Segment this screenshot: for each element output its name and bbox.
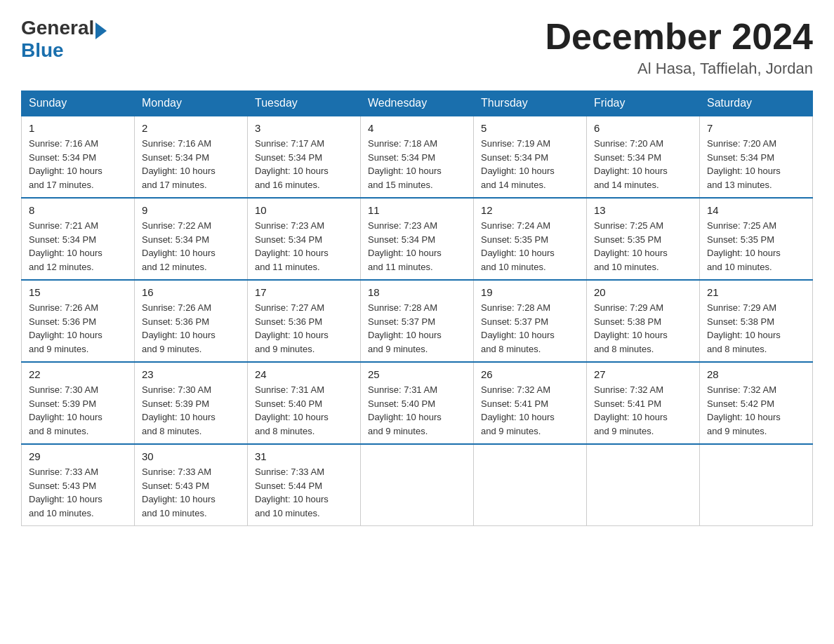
calendar-cell: 23Sunrise: 7:30 AM Sunset: 5:39 PM Dayli… [135, 362, 248, 444]
day-info: Sunrise: 7:16 AM Sunset: 5:34 PM Dayligh… [29, 137, 127, 192]
calendar-cell: 18Sunrise: 7:28 AM Sunset: 5:37 PM Dayli… [361, 280, 474, 362]
location-subtitle: Al Hasa, Taffielah, Jordan [545, 60, 813, 78]
calendar-cell: 15Sunrise: 7:26 AM Sunset: 5:36 PM Dayli… [22, 280, 135, 362]
calendar-cell [474, 444, 587, 526]
calendar-cell: 3Sunrise: 7:17 AM Sunset: 5:34 PM Daylig… [248, 116, 361, 198]
day-info: Sunrise: 7:28 AM Sunset: 5:37 PM Dayligh… [368, 301, 466, 356]
calendar-header-monday: Monday [135, 91, 248, 116]
day-number: 15 [29, 286, 127, 298]
day-info: Sunrise: 7:32 AM Sunset: 5:41 PM Dayligh… [594, 383, 692, 438]
calendar-cell [700, 444, 813, 526]
calendar-cell: 8Sunrise: 7:21 AM Sunset: 5:34 PM Daylig… [22, 198, 135, 280]
day-info: Sunrise: 7:31 AM Sunset: 5:40 PM Dayligh… [255, 383, 353, 438]
calendar-cell: 11Sunrise: 7:23 AM Sunset: 5:34 PM Dayli… [361, 198, 474, 280]
logo-blue-text: Blue [21, 39, 64, 62]
calendar-cell: 7Sunrise: 7:20 AM Sunset: 5:34 PM Daylig… [700, 116, 813, 198]
calendar-header-thursday: Thursday [474, 91, 587, 116]
day-number: 30 [142, 450, 240, 462]
day-number: 6 [594, 122, 692, 134]
title-section: December 2024 Al Hasa, Taffielah, Jordan [545, 17, 813, 78]
day-number: 10 [255, 204, 353, 216]
calendar-cell: 5Sunrise: 7:19 AM Sunset: 5:34 PM Daylig… [474, 116, 587, 198]
calendar-cell: 28Sunrise: 7:32 AM Sunset: 5:42 PM Dayli… [700, 362, 813, 444]
day-info: Sunrise: 7:25 AM Sunset: 5:35 PM Dayligh… [707, 219, 805, 274]
calendar-header-saturday: Saturday [700, 91, 813, 116]
day-info: Sunrise: 7:27 AM Sunset: 5:36 PM Dayligh… [255, 301, 353, 356]
calendar-header-tuesday: Tuesday [248, 91, 361, 116]
day-info: Sunrise: 7:33 AM Sunset: 5:44 PM Dayligh… [255, 465, 353, 520]
day-number: 27 [594, 368, 692, 380]
day-info: Sunrise: 7:33 AM Sunset: 5:43 PM Dayligh… [142, 465, 240, 520]
calendar-cell: 25Sunrise: 7:31 AM Sunset: 5:40 PM Dayli… [361, 362, 474, 444]
day-number: 9 [142, 204, 240, 216]
day-info: Sunrise: 7:33 AM Sunset: 5:43 PM Dayligh… [29, 465, 127, 520]
calendar-header-row: SundayMondayTuesdayWednesdayThursdayFrid… [22, 91, 813, 116]
day-number: 7 [707, 122, 805, 134]
calendar-week-row: 29Sunrise: 7:33 AM Sunset: 5:43 PM Dayli… [22, 444, 813, 526]
day-info: Sunrise: 7:25 AM Sunset: 5:35 PM Dayligh… [594, 219, 692, 274]
day-number: 5 [481, 122, 579, 134]
calendar-cell: 9Sunrise: 7:22 AM Sunset: 5:34 PM Daylig… [135, 198, 248, 280]
day-number: 1 [29, 122, 127, 134]
day-number: 8 [29, 204, 127, 216]
logo-arrow-icon [95, 22, 107, 39]
calendar-header-sunday: Sunday [22, 91, 135, 116]
day-info: Sunrise: 7:22 AM Sunset: 5:34 PM Dayligh… [142, 219, 240, 274]
day-number: 11 [368, 204, 466, 216]
calendar-cell: 31Sunrise: 7:33 AM Sunset: 5:44 PM Dayli… [248, 444, 361, 526]
day-info: Sunrise: 7:28 AM Sunset: 5:37 PM Dayligh… [481, 301, 579, 356]
day-info: Sunrise: 7:29 AM Sunset: 5:38 PM Dayligh… [707, 301, 805, 356]
calendar-cell: 12Sunrise: 7:24 AM Sunset: 5:35 PM Dayli… [474, 198, 587, 280]
day-info: Sunrise: 7:23 AM Sunset: 5:34 PM Dayligh… [255, 219, 353, 274]
day-info: Sunrise: 7:18 AM Sunset: 5:34 PM Dayligh… [368, 137, 466, 192]
calendar-table: SundayMondayTuesdayWednesdayThursdayFrid… [21, 90, 813, 526]
day-info: Sunrise: 7:30 AM Sunset: 5:39 PM Dayligh… [142, 383, 240, 438]
day-number: 22 [29, 368, 127, 380]
day-number: 17 [255, 286, 353, 298]
day-number: 18 [368, 286, 466, 298]
calendar-cell: 30Sunrise: 7:33 AM Sunset: 5:43 PM Dayli… [135, 444, 248, 526]
calendar-cell [361, 444, 474, 526]
calendar-cell: 20Sunrise: 7:29 AM Sunset: 5:38 PM Dayli… [587, 280, 700, 362]
day-info: Sunrise: 7:20 AM Sunset: 5:34 PM Dayligh… [594, 137, 692, 192]
calendar-cell: 17Sunrise: 7:27 AM Sunset: 5:36 PM Dayli… [248, 280, 361, 362]
calendar-header-wednesday: Wednesday [361, 91, 474, 116]
day-info: Sunrise: 7:32 AM Sunset: 5:42 PM Dayligh… [707, 383, 805, 438]
calendar-header-friday: Friday [587, 91, 700, 116]
calendar-cell: 22Sunrise: 7:30 AM Sunset: 5:39 PM Dayli… [22, 362, 135, 444]
day-number: 26 [481, 368, 579, 380]
calendar-cell: 16Sunrise: 7:26 AM Sunset: 5:36 PM Dayli… [135, 280, 248, 362]
logo-general-text: General [21, 17, 94, 39]
day-info: Sunrise: 7:31 AM Sunset: 5:40 PM Dayligh… [368, 383, 466, 438]
calendar-cell: 2Sunrise: 7:16 AM Sunset: 5:34 PM Daylig… [135, 116, 248, 198]
day-number: 20 [594, 286, 692, 298]
calendar-cell: 21Sunrise: 7:29 AM Sunset: 5:38 PM Dayli… [700, 280, 813, 362]
calendar-cell: 6Sunrise: 7:20 AM Sunset: 5:34 PM Daylig… [587, 116, 700, 198]
day-number: 16 [142, 286, 240, 298]
day-info: Sunrise: 7:26 AM Sunset: 5:36 PM Dayligh… [142, 301, 240, 356]
day-number: 23 [142, 368, 240, 380]
logo: General Blue [21, 17, 107, 62]
day-number: 13 [594, 204, 692, 216]
day-number: 25 [368, 368, 466, 380]
day-number: 14 [707, 204, 805, 216]
page-header: General Blue December 2024 Al Hasa, Taff… [21, 17, 813, 78]
day-number: 29 [29, 450, 127, 462]
day-info: Sunrise: 7:24 AM Sunset: 5:35 PM Dayligh… [481, 219, 579, 274]
day-info: Sunrise: 7:29 AM Sunset: 5:38 PM Dayligh… [594, 301, 692, 356]
day-number: 2 [142, 122, 240, 134]
day-info: Sunrise: 7:30 AM Sunset: 5:39 PM Dayligh… [29, 383, 127, 438]
month-title: December 2024 [545, 17, 813, 57]
calendar-cell: 13Sunrise: 7:25 AM Sunset: 5:35 PM Dayli… [587, 198, 700, 280]
calendar-cell: 1Sunrise: 7:16 AM Sunset: 5:34 PM Daylig… [22, 116, 135, 198]
calendar-cell: 27Sunrise: 7:32 AM Sunset: 5:41 PM Dayli… [587, 362, 700, 444]
calendar-cell: 10Sunrise: 7:23 AM Sunset: 5:34 PM Dayli… [248, 198, 361, 280]
day-info: Sunrise: 7:19 AM Sunset: 5:34 PM Dayligh… [481, 137, 579, 192]
day-info: Sunrise: 7:20 AM Sunset: 5:34 PM Dayligh… [707, 137, 805, 192]
day-info: Sunrise: 7:23 AM Sunset: 5:34 PM Dayligh… [368, 219, 466, 274]
day-number: 4 [368, 122, 466, 134]
calendar-cell: 29Sunrise: 7:33 AM Sunset: 5:43 PM Dayli… [22, 444, 135, 526]
calendar-week-row: 15Sunrise: 7:26 AM Sunset: 5:36 PM Dayli… [22, 280, 813, 362]
calendar-cell: 24Sunrise: 7:31 AM Sunset: 5:40 PM Dayli… [248, 362, 361, 444]
calendar-week-row: 1Sunrise: 7:16 AM Sunset: 5:34 PM Daylig… [22, 116, 813, 198]
